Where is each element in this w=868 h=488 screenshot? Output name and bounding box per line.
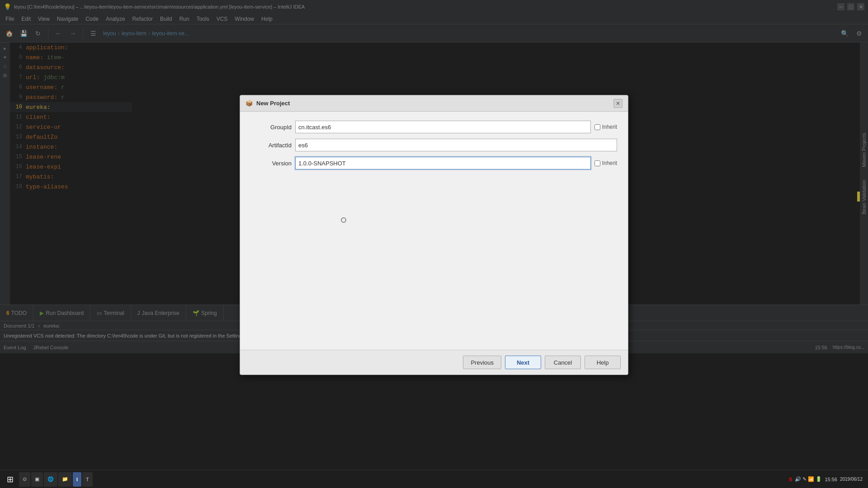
groupid-label: GroupId [251,124,292,131]
dialog-header: 📦 New Project ✕ [240,95,628,112]
idea-icon: I [76,477,78,482]
taskbar-edge-btn[interactable]: 🌐 [44,472,57,487]
groupid-inherit: Inherit [594,124,617,130]
version-inherit: Inherit [594,160,617,166]
groupid-row: GroupId Inherit [251,121,617,133]
tray-s: S [789,477,792,482]
groupid-input[interactable] [295,121,591,133]
tray-icons: 🔊 ✎ 📶 🔋 [795,476,822,482]
version-row: Version Inherit [251,157,617,169]
groupid-inherit-label: Inherit [602,124,617,130]
next-button[interactable]: Next [505,356,541,369]
dialog-icon: 📦 [245,100,253,107]
version-inherit-checkbox[interactable] [594,160,600,166]
groupid-inherit-checkbox[interactable] [594,124,600,130]
system-tray: S 🔊 ✎ 📶 🔋 15:56 2019/06/12 [789,476,866,482]
dialog-footer: Previous Next Cancel Help [240,350,628,375]
version-input[interactable] [295,157,591,169]
taskbar-date: 2019/06/12 [840,477,863,482]
taskbar-idea-btn[interactable]: I [73,472,81,487]
taskbar-explorer-btn[interactable]: 📁 [58,472,72,487]
taskbar-taskview-btn[interactable]: ▣ [31,472,43,487]
artifactid-row: ArtifactId [251,139,617,151]
version-label: Version [251,160,292,167]
dialog-title: 📦 New Project [245,100,290,107]
dialog-close-button[interactable]: ✕ [613,99,623,108]
new-project-dialog: 📦 New Project ✕ GroupId Inherit Artifact… [240,95,628,375]
artifactid-input[interactable] [295,139,617,151]
taskbar-search-btn[interactable]: ⊙ [19,472,30,487]
dialog-body: GroupId Inherit ArtifactId Version Inher… [240,112,628,350]
taskbar: ⊞ ⊙ ▣ 🌐 📁 I T S 🔊 ✎ 📶 🔋 15:56 2019/06/12 [0,470,868,488]
modal-overlay: 📦 New Project ✕ GroupId Inherit Artifact… [0,0,868,470]
help-button[interactable]: Help [585,356,621,369]
taskbar-btn-t[interactable]: T [82,472,93,487]
start-button[interactable]: ⊞ [2,471,18,488]
version-inherit-label: Inherit [602,160,617,166]
cancel-button[interactable]: Cancel [545,356,581,369]
dialog-title-text: New Project [256,100,290,107]
previous-button[interactable]: Previous [463,356,501,369]
artifactid-label: ArtifactId [251,142,292,149]
taskbar-time: 15:56 [825,477,837,482]
